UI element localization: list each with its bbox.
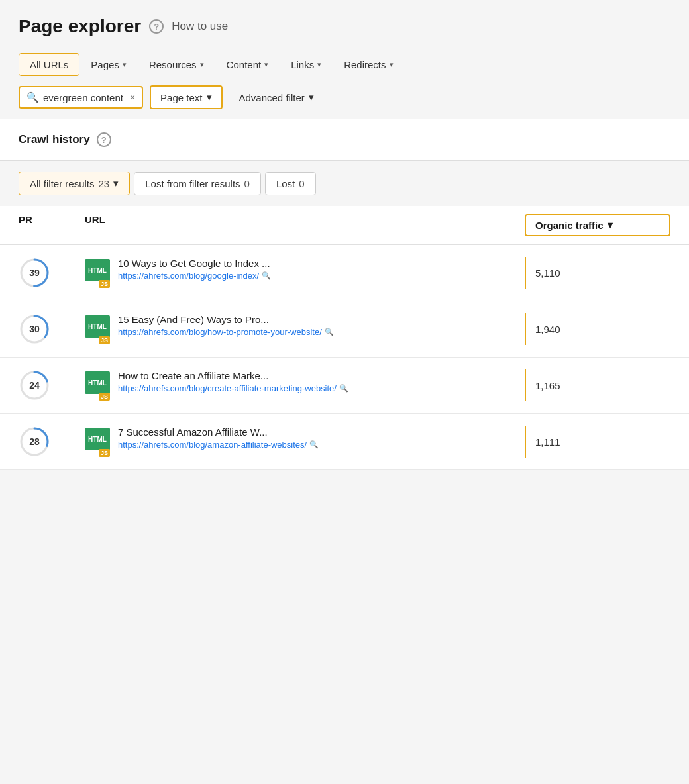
tab-content-label: Content [227, 59, 262, 70]
crawl-history-label: Crawl history [19, 133, 90, 146]
table-row: 39 HTML JS 10 Ways to Get Google to Inde… [0, 245, 689, 301]
tab-lost-filter-results[interactable]: Lost from filter results 0 [134, 172, 261, 195]
html-badge: HTML [85, 371, 110, 394]
html-badge: HTML [85, 428, 110, 450]
crawl-history-section: Crawl history ? [0, 119, 689, 160]
url-title: 10 Ways to Get Google to Index ... [118, 258, 271, 269]
table-row: 30 HTML JS 15 Easy (And Free) Ways to Pr… [0, 301, 689, 358]
page-text-label: Page text [160, 92, 202, 103]
url-link[interactable]: https://ahrefs.com/blog/google-index/ 🔍 [118, 271, 271, 281]
url-link[interactable]: https://ahrefs.com/blog/how-to-promote-y… [118, 327, 334, 337]
header: Page explorer ? How to use [0, 0, 689, 48]
url-info: How to Create an Affiliate Marke... http… [118, 370, 348, 393]
pr-badge: 30 [19, 313, 50, 345]
table-row: 28 HTML JS 7 Successful Amazon Affiliate… [0, 414, 689, 470]
chevron-down-icon: ▾ [309, 91, 314, 103]
crawl-history-help-icon[interactable]: ? [97, 132, 111, 147]
pr-badge: 24 [19, 369, 50, 401]
url-link[interactable]: https://ahrefs.com/blog/create-affiliate… [118, 383, 348, 393]
clear-search-icon[interactable]: × [130, 92, 135, 103]
search-icon: 🔍 [309, 440, 319, 449]
pr-value: 28 [29, 436, 40, 447]
search-box[interactable]: 🔍 evergreen content × [19, 86, 143, 109]
page-type-icon: HTML JS [85, 315, 110, 344]
lost-filter-count: 0 [244, 178, 250, 189]
chevron-down-icon: ▾ [200, 60, 204, 69]
col-organic-traffic[interactable]: Organic traffic ▾ [525, 214, 670, 236]
tab-links[interactable]: Links ▾ [280, 53, 333, 76]
url-info: 15 Easy (And Free) Ways to Pro... https:… [118, 314, 334, 337]
table-header: PR URL Organic traffic ▾ [0, 206, 689, 245]
chevron-down-icon: ▾ [113, 177, 119, 189]
url-cell: HTML JS 15 Easy (And Free) Ways to Pro..… [85, 314, 525, 344]
url-link[interactable]: https://ahrefs.com/blog/amazon-affiliate… [118, 440, 319, 450]
tab-all-urls[interactable]: All URLs [19, 53, 80, 76]
tab-resources[interactable]: Resources ▾ [138, 53, 215, 76]
search-value: evergreen content [43, 92, 123, 103]
tab-all-urls-label: All URLs [30, 59, 68, 70]
js-badge: JS [99, 449, 110, 457]
pr-cell: 30 [19, 313, 85, 345]
url-title: How to Create an Affiliate Marke... [118, 370, 348, 381]
filter-section: 🔍 evergreen content × Page text ▾ Advanc… [0, 76, 689, 119]
page-text-button[interactable]: Page text ▾ [150, 85, 222, 109]
results-tabs: All filter results 23 ▾ Lost from filter… [19, 172, 670, 195]
tab-lost[interactable]: Lost 0 [265, 172, 316, 195]
lost-count: 0 [299, 178, 304, 189]
table-row: 24 HTML JS How to Create an Affiliate Ma… [0, 358, 689, 414]
js-badge: JS [99, 280, 110, 288]
pr-cell: 24 [19, 369, 85, 401]
html-badge: HTML [85, 315, 110, 338]
all-filter-label: All filter results [30, 178, 95, 189]
page-type-icon: HTML JS [85, 428, 110, 457]
nav-tabs: All URLs Pages ▾ Resources ▾ Content ▾ L… [19, 53, 670, 76]
js-badge: JS [99, 336, 110, 344]
tab-resources-label: Resources [149, 59, 197, 70]
url-title: 7 Successful Amazon Affiliate W... [118, 426, 319, 438]
results-tabs-section: All filter results 23 ▾ Lost from filter… [0, 161, 689, 206]
url-cell: HTML JS 10 Ways to Get Google to Index .… [85, 258, 525, 288]
pr-value: 39 [29, 268, 40, 278]
chevron-down-icon: ▾ [264, 60, 268, 69]
pr-value: 30 [29, 324, 40, 334]
pr-badge: 28 [19, 426, 50, 458]
pr-value: 24 [29, 380, 40, 391]
tab-content[interactable]: Content ▾ [215, 53, 280, 76]
organic-value: 1,165 [525, 369, 670, 401]
search-icon: 🔍 [262, 271, 271, 280]
html-badge: HTML [85, 259, 110, 281]
table: PR URL Organic traffic ▾ 39 HTML JS 10 W… [0, 206, 689, 470]
url-info: 10 Ways to Get Google to Index ... https… [118, 258, 271, 281]
pr-badge: 39 [19, 257, 50, 289]
page-type-icon: HTML JS [85, 371, 110, 401]
search-icon: 🔍 [325, 328, 334, 336]
url-info: 7 Successful Amazon Affiliate W... https… [118, 426, 319, 450]
sort-chevron-icon: ▾ [608, 219, 613, 231]
page-type-icon: HTML JS [85, 259, 110, 288]
help-icon[interactable]: ? [149, 19, 164, 34]
page-title: Page explorer [19, 16, 141, 37]
tab-links-label: Links [291, 59, 314, 70]
lost-label: Lost [276, 178, 295, 189]
tab-pages-label: Pages [91, 59, 119, 70]
organic-value: 5,110 [525, 257, 670, 289]
url-cell: HTML JS How to Create an Affiliate Marke… [85, 370, 525, 401]
organic-value: 1,940 [525, 313, 670, 345]
tab-redirects[interactable]: Redirects ▾ [333, 53, 404, 76]
all-filter-count: 23 [99, 178, 110, 189]
how-to-use-link[interactable]: How to use [172, 20, 228, 33]
chevron-down-icon: ▾ [317, 60, 321, 69]
advanced-filter-button[interactable]: Advanced filter ▾ [229, 86, 324, 109]
organic-value: 1,111 [525, 426, 670, 458]
url-title: 15 Easy (And Free) Ways to Pro... [118, 314, 334, 325]
chevron-down-icon: ▾ [390, 60, 394, 69]
advanced-filter-label: Advanced filter [239, 92, 305, 103]
chevron-down-icon: ▾ [123, 60, 127, 69]
tab-pages[interactable]: Pages ▾ [80, 53, 138, 76]
filter-bar: 🔍 evergreen content × Page text ▾ Advanc… [19, 85, 670, 109]
nav-tabs-section: All URLs Pages ▾ Resources ▾ Content ▾ L… [0, 48, 689, 76]
col-url: URL [85, 214, 525, 236]
pr-cell: 28 [19, 426, 85, 458]
tab-all-filter-results[interactable]: All filter results 23 ▾ [19, 172, 130, 195]
search-icon: 🔍 [339, 384, 348, 393]
